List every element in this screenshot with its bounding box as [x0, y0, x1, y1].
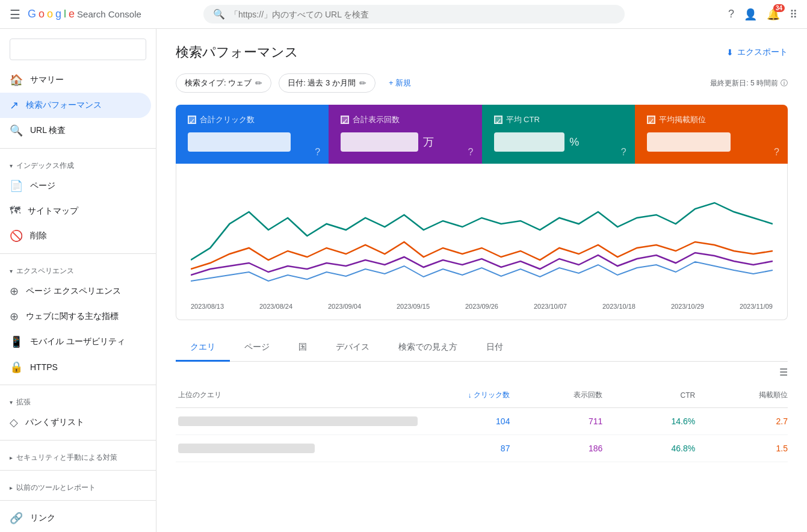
- position-cell: 2.7: [705, 416, 788, 426]
- sidebar-divider-6: [0, 500, 156, 501]
- metric-card-ctr[interactable]: ✓ 平均 CTR % ?: [482, 105, 635, 164]
- tab-label: 検索での見え方: [398, 342, 457, 351]
- chevron-icon: ▾: [10, 399, 13, 406]
- metric-value: [494, 132, 565, 152]
- sidebar-item-pages[interactable]: 📄 ページ: [0, 173, 151, 199]
- metric-card-position[interactable]: ✓ 平均掲載順位 ?: [635, 105, 788, 164]
- sidebar-item-label: ウェブに関する主な指標: [26, 311, 119, 322]
- sidebar-item-search-performance[interactable]: ↗ 検索パフォーマンス: [0, 93, 151, 118]
- metric-value: [188, 132, 291, 152]
- breadcrumb-icon: ◇: [10, 416, 18, 429]
- new-filter-button[interactable]: + 新規: [383, 74, 417, 92]
- sidebar-item-label: URL 検査: [30, 125, 66, 136]
- chart-label: 2023/10/29: [671, 303, 704, 310]
- section-label: エクスペリエンス: [16, 266, 74, 276]
- metric-title: 平均掲載順位: [659, 114, 706, 125]
- sidebar-section-experience[interactable]: ▾ エクスペリエンス: [0, 259, 156, 279]
- sidebar-section-index[interactable]: ▾ インデックス作成: [0, 153, 156, 173]
- metric-label: ✓ 合計表示回数: [341, 114, 469, 125]
- sidebar-search-box[interactable]: [10, 39, 146, 60]
- sidebar-item-https[interactable]: 🔒 HTTPS: [0, 354, 151, 380]
- col-clicks-header: ↓ クリック数: [427, 390, 520, 400]
- chart-label: 2023/11/09: [740, 303, 773, 310]
- table-row[interactable]: 87 186 46.8% 1.5: [176, 435, 788, 462]
- sidebar-item-url-inspection[interactable]: 🔍 URL 検査: [0, 118, 151, 143]
- sidebar-item-label: ページ エクスペリエンス: [26, 286, 121, 297]
- sidebar-item-breadcrumbs[interactable]: ◇ パンくずリスト: [0, 410, 151, 435]
- sidebar-section-security[interactable]: ▸ セキュリティと手動による対策: [0, 445, 156, 465]
- impressions-cell: 186: [519, 444, 612, 453]
- app-title: Search Console: [77, 9, 141, 19]
- tab-search-type[interactable]: 検索での見え方: [384, 335, 472, 362]
- sidebar-item-label: サマリー: [30, 75, 64, 85]
- search-icon: 🔍: [213, 8, 225, 20]
- filter-date-chip[interactable]: 日付: 過去 3 か月間 ✏: [279, 73, 376, 93]
- table-row[interactable]: 104 711 14.6% 2.7: [176, 408, 788, 435]
- sidebar-item-sitemaps[interactable]: 🗺 サイトマップ: [0, 199, 151, 223]
- tab-label: デバイス: [336, 342, 369, 351]
- sidebar-divider-4: [0, 440, 156, 441]
- metric-unit: %: [569, 136, 579, 149]
- sidebar-item-mobile[interactable]: 📱 モバイル ユーザビリティ: [0, 329, 151, 354]
- metric-value: [341, 132, 418, 152]
- app-logo: Google Search Console: [28, 8, 141, 20]
- sidebar-item-page-experience[interactable]: ⊕ ページ エクスペリエンス: [0, 279, 151, 304]
- chart-label: 2023/09/26: [465, 303, 498, 310]
- search-input[interactable]: [230, 10, 615, 19]
- chevron-icon: ▾: [10, 162, 13, 169]
- topbar: ☰ Google Search Console 🔍 ? 👤 🔔 34 ⠿: [0, 0, 807, 29]
- help-icon[interactable]: ?: [774, 147, 779, 158]
- apps-icon[interactable]: ⠿: [790, 8, 797, 21]
- metric-title: 合計クリック数: [200, 114, 255, 125]
- lock-icon: 🔒: [10, 360, 23, 374]
- section-label: セキュリティと手動による対策: [16, 453, 117, 463]
- chart-label: 2023/08/13: [191, 303, 224, 310]
- account-icon[interactable]: 👤: [744, 8, 757, 21]
- menu-icon[interactable]: ☰: [10, 7, 20, 22]
- filter-icon[interactable]: ☰: [779, 364, 788, 380]
- tab-query[interactable]: クエリ: [176, 335, 230, 362]
- sidebar-item-links[interactable]: 🔗 リンク: [0, 506, 151, 531]
- chart-label: 2023/09/04: [328, 303, 361, 310]
- sidebar-divider-5: [0, 470, 156, 471]
- metric-card-clicks[interactable]: ✓ 合計クリック数 ?: [176, 105, 329, 164]
- main-content: 検索パフォーマンス ⬇ エクスポート 検索タイプ: ウェブ ✏ 日付: 過去 3…: [156, 29, 807, 532]
- query-cell: [176, 416, 427, 426]
- tab-country[interactable]: 国: [284, 335, 321, 362]
- help-icon[interactable]: ?: [468, 147, 474, 158]
- sidebar-item-summary[interactable]: 🏠 サマリー: [0, 67, 151, 93]
- query-bar: [178, 444, 315, 453]
- edit-icon: ✏: [359, 78, 366, 88]
- delete-icon: 🚫: [10, 229, 23, 243]
- chart-label: 2023/10/18: [602, 303, 635, 310]
- checkbox-icon: ✓: [494, 116, 502, 124]
- help-icon[interactable]: ?: [315, 147, 320, 158]
- last-update-text: 最終更新日: 5 時間前: [710, 78, 778, 88]
- export-button[interactable]: ⬇ エクスポート: [726, 47, 788, 58]
- topbar-left: ☰ Google Search Console: [10, 7, 196, 22]
- sidebar-section-legacy[interactable]: ▸ 以前のツールとレポート: [0, 475, 156, 495]
- help-icon[interactable]: ?: [621, 147, 626, 158]
- page-icon: 📄: [10, 179, 23, 193]
- col-ctr-header: CTR: [612, 391, 705, 400]
- sidebar-item-label: HTTPS: [30, 362, 58, 372]
- sidebar-item-delete[interactable]: 🚫 削除: [0, 223, 151, 249]
- sidebar-item-web-vitals[interactable]: ⊕ ウェブに関する主な指標: [0, 304, 151, 329]
- search-bar[interactable]: 🔍: [203, 5, 625, 23]
- tab-device[interactable]: デバイス: [321, 335, 384, 362]
- topbar-icons: ? 👤 🔔 34 ⠿: [728, 8, 797, 21]
- tab-date[interactable]: 日付: [472, 335, 518, 362]
- metric-label: ✓ 合計クリック数: [188, 114, 317, 125]
- tab-page[interactable]: ページ: [230, 335, 284, 362]
- data-tabs: クエリ ページ 国 デバイス 検索での見え方 日付: [176, 335, 788, 362]
- sidebar-section-extensions[interactable]: ▾ 拡張: [0, 390, 156, 410]
- tab-label: 日付: [486, 342, 503, 351]
- help-icon[interactable]: ?: [728, 8, 734, 20]
- metric-card-impressions[interactable]: ✓ 合計表示回数 万 ?: [329, 105, 481, 164]
- notifications-icon[interactable]: 🔔 34: [767, 8, 780, 21]
- filter-type-chip[interactable]: 検索タイプ: ウェブ ✏: [176, 73, 271, 93]
- new-filter-label: + 新規: [389, 78, 411, 88]
- sidebar-item-label: リンク: [30, 513, 55, 524]
- metric-title: 平均 CTR: [506, 114, 540, 125]
- clicks-cell: 104: [427, 416, 520, 426]
